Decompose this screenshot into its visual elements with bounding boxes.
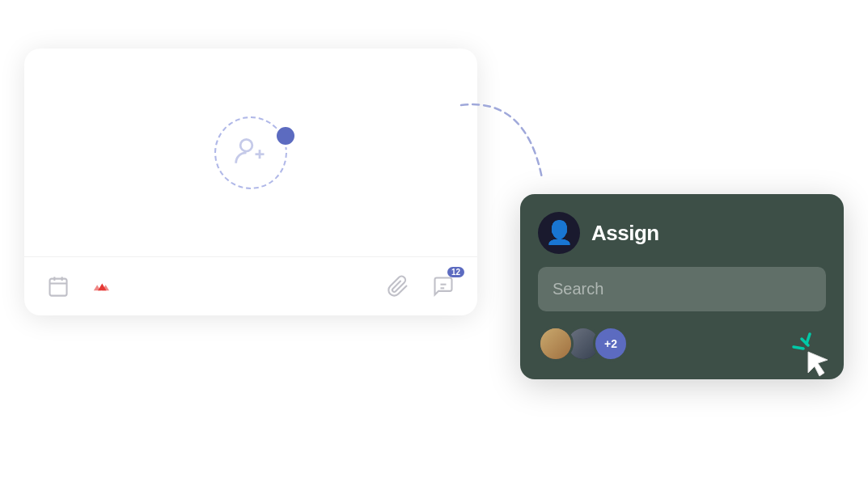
svg-point-0 <box>240 139 252 151</box>
avatar-face-1 <box>540 328 571 359</box>
card-top <box>24 49 477 256</box>
chat-badge: 12 <box>447 267 464 277</box>
assign-header: 👤 Assign <box>538 212 826 254</box>
cursor-sparkle-svg <box>785 326 844 384</box>
assignee-avatar-1 <box>538 326 574 362</box>
svg-rect-3 <box>50 279 67 296</box>
attachment-icon[interactable] <box>387 275 409 298</box>
add-person-icon <box>233 133 269 172</box>
cursor-area <box>785 326 844 387</box>
add-person-circle[interactable] <box>214 116 287 189</box>
avatar-emoji: 👤 <box>545 222 574 244</box>
chat-icon-wrapper[interactable]: 12 <box>432 275 455 298</box>
assignees-row: +2 <box>538 326 826 362</box>
svg-marker-15 <box>808 352 828 376</box>
calendar-icon[interactable] <box>47 275 70 298</box>
right-card: 👤 Assign +2 <box>520 194 844 379</box>
left-card: 12 <box>24 49 477 315</box>
assign-avatar: 👤 <box>538 212 580 254</box>
blue-dot-indicator <box>274 125 297 147</box>
card-toolbar: 12 <box>24 257 477 315</box>
more-count-badge: +2 <box>593 326 629 362</box>
chat-icon <box>432 275 455 298</box>
svg-line-14 <box>794 347 803 349</box>
assign-title: Assign <box>591 221 659 246</box>
warning-icon[interactable] <box>92 275 115 298</box>
search-input[interactable] <box>538 267 826 311</box>
